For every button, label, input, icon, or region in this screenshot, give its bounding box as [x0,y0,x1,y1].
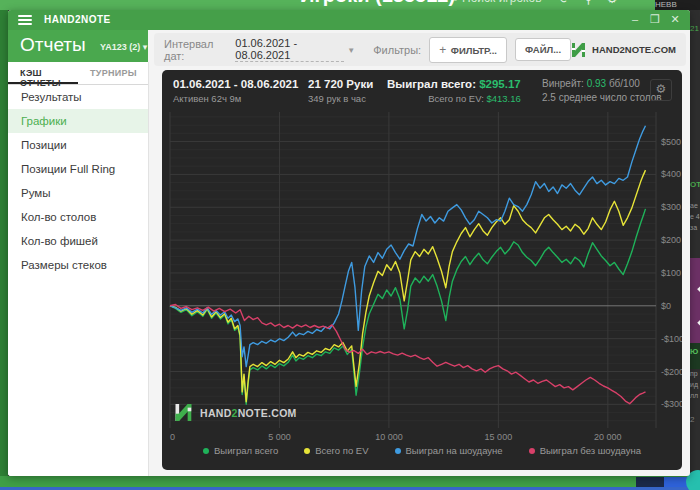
file-button[interactable]: ФАЙЛ... [515,38,571,61]
legend-dot-icon [203,448,209,454]
filters-label: Фильтры: [373,44,421,56]
legend-item: Всего по EV [304,445,368,456]
svg-text:15 000: 15 000 [485,432,513,442]
svg-text:$0: $0 [661,301,671,311]
page-header: Отчеты YA123 (2) ▾ [8,30,148,62]
tab-cash-reports[interactable]: КЭШ ОТЧЕТЫ [8,62,78,84]
sidebar-item-1[interactable]: Графики [8,109,148,133]
background-text-green: ОТ [690,180,700,196]
background-corner-block: HEBB [655,0,700,10]
hand2note-window: HAND2NOTE – ❒ ✕ Отчеты YA123 (2) ▾ КЭШ О… [8,10,690,476]
background-text-num: 2 [690,415,700,424]
interval-label: Интервал дат: [164,38,230,62]
background-taskbar-green [0,476,700,487]
svg-text:$300: $300 [661,202,681,212]
search-icon: ⌕ [452,0,462,5]
sidebar-item-5[interactable]: Кол-во столов [8,205,148,229]
background-search-input[interactable]: ⌕ Поиск игроков [452,0,542,5]
chevron-down-icon: ▼ [347,46,355,55]
svg-text:20 000: 20 000 [594,432,622,442]
sidebar-tabs: КЭШ ОТЧЕТЫТУРНИРЫ [8,62,148,85]
sidebar-list: РезультатыГрафикиПозицииПозиции Full Rin… [8,85,148,277]
brand-logo: HAND2NOTE.COM [571,43,676,57]
svg-text:$200: $200 [661,235,681,245]
sidebar-item-3[interactable]: Позиции Full Ring [8,157,148,181]
background-window-title: Игроки (135512) [300,0,455,7]
background-taskbar-navy-block [636,477,664,487]
equity-chart: $500$400$300$200$100$0-$100-$200-$30005 … [162,106,682,446]
add-filter-button[interactable]: + ФИЛЬТР... [429,37,507,63]
sidebar-item-6[interactable]: Кол-во фишей [8,229,148,253]
legend-item: Выиграл без шоудауна [529,445,641,456]
minimize-button[interactable]: – [628,13,642,26]
sidebar: КЭШ ОТЧЕТЫТУРНИРЫ РезультатыГрафикиПозиц… [8,62,149,476]
plus-icon: + [439,43,446,57]
maximize-button[interactable]: ❒ [648,13,662,26]
background-window-header: Игроки (135512) ⌕ Поиск игроков ⟳⚲⚙ HEBB [0,0,700,10]
title-bar: HAND2NOTE – ❒ ✕ [8,10,690,30]
account-selector[interactable]: YA123 (2) ▾ [100,42,147,52]
chevron-down-icon: ▾ [143,42,148,52]
stat-daterange: 01.06.2021 - 08.06.2021 Активен 62ч 9м [173,78,298,104]
background-right-edge: 21 ОТ аее 4за Ю придлл 2 [690,10,700,478]
background-toolbar-icons[interactable]: ⟳⚲⚙ [560,0,632,6]
legend-item: Выиграл всего [203,445,278,456]
date-range-selector[interactable]: 01.06.2021 - 08.06.2021 [235,37,344,62]
svg-text:$100: $100 [661,268,681,278]
toolbar: Интервал дат: 01.06.2021 - 08.06.2021 ▼ … [154,33,686,66]
legend-dot-icon [395,448,401,454]
background-badge: 21 [690,24,700,33]
legend-item: Выиграл на шоудауне [395,445,503,456]
series-Всего по EV [170,170,646,402]
svg-text:5 000: 5 000 [268,432,291,442]
sidebar-item-7[interactable]: Размеры стеков [8,253,148,277]
legend-dot-icon [304,448,310,454]
sidebar-item-2[interactable]: Позиции [8,133,148,157]
stat-winnings: Выиграл всего: $295.17 Всего по EV: $413… [387,78,521,104]
svg-text:$500: $500 [661,137,681,147]
tab-tournaments[interactable]: ТУРНИРЫ [78,62,148,84]
gear-icon: ⚙ [656,82,667,96]
background-text-gray2: придлл [690,368,700,408]
background-left-edge [0,10,8,478]
hand2note-icon [174,404,194,421]
svg-text:-$100: -$100 [661,334,682,344]
svg-text:0: 0 [170,432,175,442]
svg-text:$400: $400 [661,169,681,179]
sidebar-item-4[interactable]: Румы [8,181,148,205]
hamburger-menu-icon[interactable] [18,15,32,25]
app-title: HAND2NOTE [44,14,111,25]
page-title: Отчеты [20,34,86,56]
graph-settings-button[interactable]: ⚙ [650,79,672,101]
stat-winrate: Винрейт: 0.93 бб/100 2.5 среднее число с… [542,78,662,103]
stat-hands: 21 720 Руки 349 рук в час [308,78,373,104]
svg-text:-$200: -$200 [661,367,682,377]
svg-text:10 000: 10 000 [375,432,403,442]
legend-dot-icon [529,448,535,454]
watermark: HAND2NOTE.COM [174,404,297,421]
background-darkgreen-block: Ю [690,343,700,369]
graph-panel: 01.06.2021 - 08.06.2021 Активен 62ч 9м 2… [162,70,682,470]
close-button[interactable]: ✕ [668,13,682,26]
background-text-gray: аее 4за [690,200,700,242]
background-purple-block [690,258,700,343]
sidebar-item-0[interactable]: Результаты [8,85,148,109]
chart-legend: Выиграл всегоВсего по EVВыиграл на шоуда… [162,445,682,456]
hand2note-icon [571,43,587,57]
svg-text:-$300: -$300 [661,399,682,409]
